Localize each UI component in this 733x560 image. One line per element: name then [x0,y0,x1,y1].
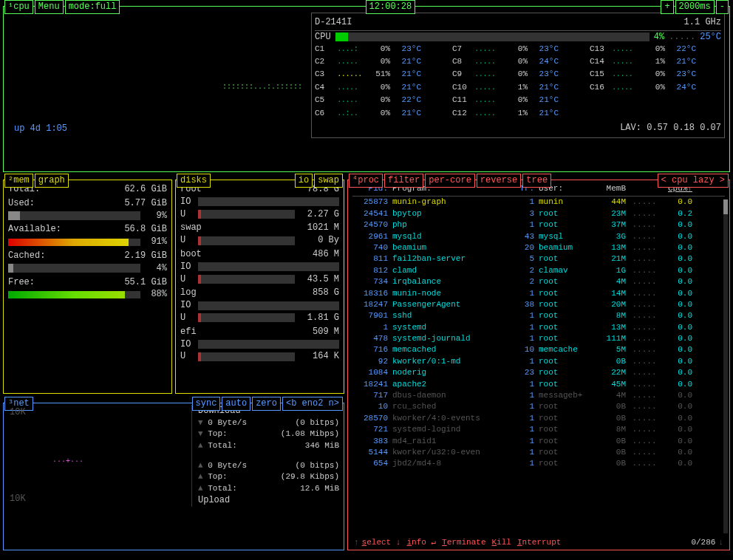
interval: 2000ms [675,0,715,14]
disk-row: boot486 M [180,248,339,261]
process-row[interactable]: 1084noderig23root22M.....0.0 [352,367,725,378]
mem-free-label: Free: [8,276,35,289]
proc-tab[interactable]: ⁴proc [349,174,383,188]
core-row: C11.....0%21°C [452,95,584,106]
core-row: C16.....0%24°C [590,82,721,93]
upload-label: Upload [198,494,339,507]
process-row[interactable]: 721systemd-logind1root8M.....0.0 [352,424,725,435]
reverse-btn[interactable]: reverse [477,174,521,188]
net-zero-btn[interactable]: zero [252,397,281,411]
process-list[interactable]: 25873munin-graph1munin44M.....0.024541bp… [352,197,725,469]
disk-row: IO [180,338,339,351]
core-row: C5.....0%22°C [315,95,446,106]
process-row[interactable]: 740beamium20beamium13M.....0.0 [352,242,725,253]
process-row[interactable]: 25873munin-graph1munin44M.....0.0 [352,197,725,208]
process-row[interactable]: 654jbd2/md4-81root0B.....0.0 [352,458,725,469]
load-avg: LAV: 0.57 0.18 0.07 [620,122,721,134]
mem-cached-val: 2.19 GiB [124,250,167,262]
process-row[interactable]: 28570kworker/4:0-events1root0B.....0.0 [352,413,725,424]
cpu-freq: 1.1 GHz [684,16,721,29]
process-row[interactable]: 5144kworker/u32:0-even1root0B.....0.0 [352,447,725,458]
disk-row: log858 G [180,287,339,299]
sort-btn[interactable]: < cpu lazy > [658,174,729,188]
info-btn[interactable]: info ↵ [403,537,439,548]
core-row: C13.....0%22°C [590,44,721,55]
net-auto-btn[interactable]: auto [222,397,250,411]
core-row [590,108,721,119]
disks-tab[interactable]: disks [177,174,211,188]
interval-minus[interactable]: - [716,0,729,14]
cpu-sparkline: :::::::...:.:::::: [222,82,302,92]
core-row: C4.....0%21°C [315,82,446,93]
disk-row: U164 K [180,350,339,363]
net-sync-btn[interactable]: sync [192,397,221,411]
process-row[interactable]: 1systemd1root13M.....0.0 [352,322,725,333]
mem-graph-btn[interactable]: graph [35,174,69,188]
process-row[interactable]: 18241apache21root45M.....0.0 [352,379,725,390]
process-row[interactable]: 2961mysqld43mysql3G.....0.0 [352,231,725,242]
process-row[interactable]: 18316munin-node1root14M.....0.0 [352,288,725,299]
interrupt-btn[interactable]: Interrupt [514,537,564,548]
process-row[interactable]: 811fail2ban-server5root21M.....0.0 [352,253,725,264]
process-row[interactable]: 7901sshd1root8M.....0.0 [352,310,725,321]
cpu-total-label: CPU [315,31,331,44]
proc-scrollbar[interactable] [723,199,728,533]
terminate-btn[interactable]: Terminate [439,537,488,548]
dl-rate: 0 Byte/s [208,418,247,427]
core-row: C8.....0%24°C [452,56,584,67]
cpu-model: D-2141I [315,16,352,29]
process-row[interactable]: 92kworker/0:1-md1root0B.....0.0 [352,356,725,367]
mem-free-pct: 88% [140,288,167,301]
mem-avail-val: 56.8 GiB [124,223,167,236]
mem-tab[interactable]: ²mem [4,174,33,188]
process-row[interactable]: 24570php1root37M.....0.0 [352,219,725,231]
dl-top: (1.08 Mibps) [281,428,339,440]
core-row: C2.....0%21°C [315,56,446,67]
core-row: C12.....1%21°C [452,108,584,119]
core-grid: C1....:0%23°CC7.....0%23°CC13.....0%22°C… [315,44,721,119]
disk-row: U2.27 G [180,208,339,221]
clock: 12:00:28 [366,0,416,14]
net-scale-bot: 10K [10,493,26,505]
mem-used-pct: 9% [140,210,167,222]
disk-row: swap1021 M [180,222,339,234]
process-row[interactable]: 734irqbalance2root4M.....0.0 [352,276,725,287]
cpu-panel: ¹cpu Menu mode:full 12:00:28 + 2000ms - … [3,6,730,172]
process-row[interactable]: 478systemd-journald1root111M.....0.0 [352,333,725,344]
mem-avail-pct: 91% [140,236,167,248]
core-row: C14.....1%21°C [590,56,721,67]
mem-cached-pct: 4% [140,262,167,275]
process-row[interactable]: 10rcu_sched1root0B.....0.0 [352,401,725,412]
filter-btn[interactable]: filter [384,174,423,188]
process-row[interactable]: 24541bpytop3root23M.....0.2 [352,208,725,219]
process-row[interactable]: 717dbus-daemon1messageb+4M.....0.0 [352,390,725,401]
core-row: C15.....0%23°C [590,69,721,80]
disk-row: U0 By [180,234,339,247]
process-row[interactable]: 716memcached10memcache5M.....0.0 [352,344,725,355]
percore-btn[interactable]: per-core [425,174,475,188]
ul-rate-bits: (0 bitps) [296,460,339,471]
core-row: C7.....0%23°C [452,44,584,55]
core-row: C9.....0%23°C [452,69,584,80]
net-panel: ³net sync auto zero <b eno2 n> 10K ···+·… [3,403,344,550]
swap-btn[interactable]: swap [314,174,343,188]
select-btn[interactable]: sselect ↓elect ↓ [359,537,404,548]
process-row[interactable]: 812clamd2clamav1G.....0.0 [352,265,725,276]
dl-rate-bits: (0 bitps) [296,417,339,428]
interval-plus[interactable]: + [661,0,673,14]
disk-row: IO [180,299,339,312]
mem-cached-label: Cached: [8,250,45,262]
ul-top: (29.8 Kibps) [281,471,339,482]
core-row: C3......51%21°C [315,69,446,80]
kill-btn[interactable]: Kill [489,537,514,548]
process-row[interactable]: 383md4_raid11root0B.....0.0 [352,436,725,447]
io-btn[interactable]: io [295,174,313,188]
core-row: C6..:..0%21°C [315,108,446,119]
disk-row: U43.5 M [180,273,339,286]
mem-panel: ²mem graph Total:62.6 GiB Used:5.77 GiB … [3,180,172,394]
tree-btn[interactable]: tree [522,174,551,188]
net-iface[interactable]: <b eno2 n> [282,397,343,411]
disk-row: efi509 M [180,326,339,338]
net-sparkline: ···+··· [52,457,83,467]
process-row[interactable]: 18247PassengerAgent38root20M.....0.0 [352,299,725,310]
